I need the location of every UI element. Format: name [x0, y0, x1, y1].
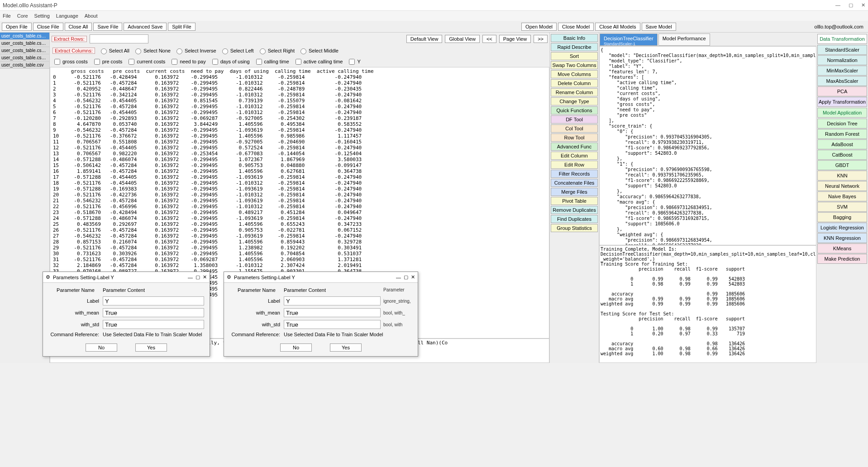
algo-standardscaler[interactable]: StandardScaler	[817, 45, 867, 55]
select-all-radio[interactable]: Select All	[99, 47, 129, 54]
algo-bagging[interactable]: Bagging	[817, 212, 867, 222]
with-std-input[interactable]	[284, 320, 381, 329]
action-swap-two-columns[interactable]: Swap Two Columns	[551, 61, 598, 69]
action-rapid-describe[interactable]: Rapid Describe	[551, 43, 598, 51]
algo-minmaxscaler[interactable]: MinMaxScaler	[817, 66, 867, 76]
model-tab-performance[interactable]: Model Performance	[658, 33, 710, 46]
global-view-button[interactable]: Global View	[445, 35, 480, 43]
file-tab[interactable]: user_costs_table.csv(Cor	[0, 40, 49, 47]
dialog-maximize-icon[interactable]: ▢	[196, 274, 200, 280]
label-input[interactable]	[284, 296, 381, 305]
menu-file[interactable]: File	[3, 13, 11, 19]
save-model-button[interactable]: Save Model	[642, 23, 676, 31]
menu-language[interactable]: Language	[56, 13, 78, 19]
action-remove-duplicates[interactable]: Remove Duplicates	[551, 206, 598, 214]
column-check[interactable]: Y	[347, 57, 360, 66]
action-col-tool[interactable]: Col Tool	[551, 124, 598, 133]
dialog-no-button[interactable]: No	[280, 343, 312, 352]
action-filter-records[interactable]: Filter Records	[551, 170, 598, 178]
model-json-view[interactable]: { "model": "DecisionTreeClassifier(max_d…	[599, 46, 816, 245]
advanced-save-button[interactable]: Advanced Save	[124, 23, 167, 31]
dialog-no-button[interactable]: No	[86, 343, 117, 352]
algo-svm[interactable]: SVM	[817, 202, 867, 212]
algo-gbdt[interactable]: GBDT	[817, 160, 867, 170]
menu-core[interactable]: Core	[17, 13, 28, 19]
algo-kmeans[interactable]: KMeans	[817, 243, 867, 253]
select-middle-radio[interactable]: Select Middle	[298, 47, 339, 54]
select-none-radio[interactable]: Select None	[133, 47, 171, 54]
save-file-button[interactable]: Save File	[93, 23, 122, 31]
column-check[interactable]: need to pay	[170, 57, 206, 66]
next-page-button[interactable]: >>	[534, 35, 548, 43]
extract-rows-input[interactable]	[90, 34, 148, 43]
close-file-button[interactable]: Close File	[33, 23, 63, 31]
column-check[interactable]: days of using	[210, 57, 250, 66]
dialog-close-icon[interactable]: ✕	[203, 274, 207, 280]
column-check[interactable]: gross costs	[52, 57, 88, 66]
algo-logistic-regression[interactable]: Logistic Regression	[817, 223, 867, 233]
file-tab[interactable]: user_costs_table.csv(Cor	[0, 33, 49, 40]
with-mean-input[interactable]	[284, 308, 381, 317]
algo-pca[interactable]: PCA	[817, 86, 867, 96]
dialog-close-icon[interactable]: ✕	[411, 274, 415, 280]
action-advanced-func[interactable]: Advanced Func	[551, 143, 598, 151]
action-basic-info[interactable]: Basic Info	[551, 34, 598, 42]
open-file-button[interactable]: Open File	[2, 23, 32, 31]
model-tab-classifier[interactable]: DecisionTreeClassifier StandardScaler-1	[600, 33, 658, 46]
algo-knn[interactable]: KNN	[817, 171, 867, 181]
select-inverse-radio[interactable]: Select Inverse	[174, 47, 216, 54]
dialog-yes-button[interactable]: Yes	[135, 343, 167, 352]
algo-make-prediction[interactable]: Make Prediction	[817, 254, 867, 264]
minimize-icon[interactable]: —	[835, 2, 840, 8]
menu-about[interactable]: About	[85, 13, 98, 19]
dialog-minimize-icon[interactable]: —	[188, 275, 193, 280]
column-check[interactable]: pre costs	[92, 57, 123, 66]
with-std-input[interactable]	[103, 320, 204, 329]
algo-neural-network[interactable]: Neural Network	[817, 181, 867, 191]
dialog-minimize-icon[interactable]: —	[396, 275, 401, 280]
action-group-statistics[interactable]: Group Statistics	[551, 224, 598, 232]
algo-adaboost[interactable]: AdaBoost	[817, 139, 867, 149]
column-check[interactable]: calling time	[254, 57, 289, 66]
close-all-models-button[interactable]: Close All Models	[595, 23, 640, 31]
action-concatenate-files[interactable]: Concatenate Files	[551, 179, 598, 187]
algo-knn-regression[interactable]: KNN Regression	[817, 233, 867, 243]
label-input[interactable]	[103, 296, 204, 305]
split-file-button[interactable]: Split File	[168, 23, 195, 31]
dialog-maximize-icon[interactable]: ▢	[404, 274, 408, 280]
action-edit-column[interactable]: Edit Column	[551, 152, 598, 160]
action-edit-row[interactable]: Edit Row	[551, 161, 598, 169]
with-mean-input[interactable]	[103, 308, 204, 317]
algo-apply-transformation[interactable]: Apply Transformation	[817, 97, 867, 107]
algo-naive-bayes[interactable]: Naive Bayes	[817, 191, 867, 201]
action-df-tool[interactable]: DF Tool	[551, 115, 598, 124]
algo-catboost[interactable]: CatBoost	[817, 150, 867, 160]
action-delete-column[interactable]: Delete Column	[551, 79, 598, 87]
action-quick-functions[interactable]: Quick Functions	[551, 106, 598, 114]
action-row-tool[interactable]: Row Tool	[551, 133, 598, 142]
action-sort[interactable]: Sort	[551, 52, 598, 60]
dialog-yes-button[interactable]: Yes	[330, 343, 362, 352]
action-find-duplicates[interactable]: Find Duplicates	[551, 215, 598, 223]
default-view-button[interactable]: Default View	[406, 35, 443, 43]
page-view-button[interactable]: Page View	[499, 35, 531, 43]
file-tab[interactable]: user_costs_table.csv	[0, 62, 49, 69]
file-tab[interactable]: user_costs_table.csv(Cor	[0, 47, 49, 54]
close-model-button[interactable]: Close Model	[558, 23, 594, 31]
select-left-radio[interactable]: Select Left	[220, 47, 254, 54]
prev-page-button[interactable]: <<	[482, 35, 496, 43]
algo-maxabsscaler[interactable]: MaxAbsScaler	[817, 76, 867, 86]
close-all-button[interactable]: Close All	[65, 23, 92, 31]
column-check[interactable]: current costs	[127, 57, 165, 66]
action-merge-files[interactable]: Merge Files	[551, 188, 598, 196]
open-model-button[interactable]: Open Model	[521, 23, 557, 31]
menu-setting[interactable]: Setting	[34, 13, 50, 19]
maximize-icon[interactable]: ▢	[849, 2, 853, 8]
algo-random-forest[interactable]: Random Forest	[817, 129, 867, 139]
action-rename-column[interactable]: Rename Column	[551, 88, 598, 96]
algo-normalization[interactable]: Normalization	[817, 55, 867, 65]
close-icon[interactable]: ✕	[861, 2, 865, 8]
action-move-columns[interactable]: Move Columns	[551, 70, 598, 78]
column-check[interactable]: active calling time	[294, 57, 343, 66]
action-pivot-table[interactable]: Pivot Table	[551, 197, 598, 205]
